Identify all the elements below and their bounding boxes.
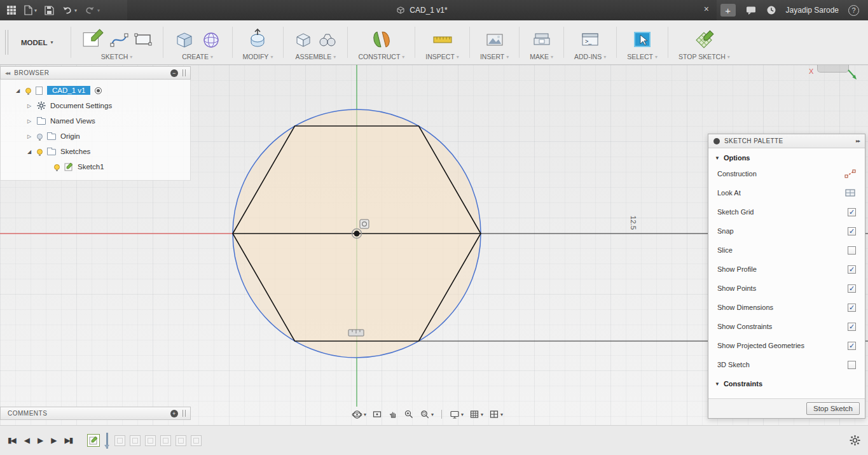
toolbar-menu-addins[interactable]: ADD-INS▾ (574, 53, 606, 60)
save-button[interactable] (45, 6, 54, 15)
pan-icon[interactable] (388, 409, 398, 419)
look-at-face-icon[interactable] (372, 409, 382, 419)
dimension-tool-glyph[interactable] (348, 330, 364, 336)
sketch-grid-checkbox[interactable] (848, 208, 856, 216)
tree-row-label[interactable]: Sketch1 (78, 163, 104, 171)
construction-plane-icon[interactable] (371, 29, 392, 50)
toolbar-menu-insert[interactable]: INSERT▾ (480, 53, 509, 60)
tree-row-label[interactable]: Sketches (60, 148, 90, 155)
toolbar-menu-create[interactable]: CREATE▾ (182, 53, 213, 60)
new-component-icon[interactable] (294, 29, 313, 50)
comments-panel-icon[interactable] (745, 5, 757, 15)
show-projected-geometries-checkbox[interactable] (848, 342, 856, 350)
options-section-header[interactable]: ▼ Options (708, 148, 865, 164)
toolbar-menu-inspect[interactable]: INSPECT▾ (425, 53, 459, 60)
zoom-window-icon[interactable]: ▾ (420, 409, 434, 419)
toolbar-menu-make[interactable]: MAKE▾ (530, 53, 553, 60)
toolbar-menu-select[interactable]: SELECT▾ (627, 53, 658, 60)
stop-sketch-icon[interactable] (692, 27, 715, 50)
slice-checkbox[interactable] (848, 246, 856, 255)
timeline-feature-ghost[interactable] (191, 435, 202, 446)
show-points-checkbox[interactable] (848, 284, 856, 293)
joint-icon[interactable] (318, 29, 337, 50)
timeline-feature-ghost[interactable] (160, 435, 171, 446)
timeline-feature-ghost[interactable] (145, 435, 156, 446)
palette-dock-icon[interactable] (713, 138, 720, 144)
add-comment-icon[interactable]: + (170, 410, 178, 417)
construction-line-icon[interactable] (844, 169, 856, 178)
3d-sketch-checkbox[interactable] (848, 361, 856, 369)
new-tab-button[interactable]: + (720, 4, 736, 17)
tree-row-label[interactable]: CAD_1 v1 (47, 86, 90, 95)
press-pull-icon[interactable] (247, 27, 268, 50)
timeline-feature-ghost[interactable] (114, 435, 125, 446)
collapse-panel-icon[interactable]: ◀◀ (5, 71, 10, 75)
show-constraints-checkbox[interactable] (848, 323, 856, 331)
toolbar-menu-sketch[interactable]: SKETCH▾ (101, 53, 133, 60)
viewports-icon[interactable]: ▾ (489, 409, 503, 419)
orbit-icon[interactable]: ▾ (352, 409, 366, 420)
show-dimensions-checkbox[interactable] (848, 304, 856, 312)
constraint-glyph[interactable] (360, 220, 369, 228)
expand-toggle-icon[interactable]: ◢ (15, 88, 21, 94)
toolbar-menu-construct[interactable]: CONSTRUCT▾ (358, 53, 404, 60)
select-cursor-icon[interactable] (633, 29, 652, 50)
expand-toggle-icon[interactable]: ◢ (26, 149, 32, 155)
box-primitive-icon[interactable] (174, 29, 195, 50)
tree-row-document-settings[interactable]: ▷ Document Settings (1, 98, 190, 113)
tree-row-named-views[interactable]: ▷ Named Views (1, 113, 190, 129)
tree-row-root[interactable]: ◢ CAD_1 v1 (1, 83, 190, 98)
sphere-primitive-icon[interactable] (200, 29, 222, 50)
timeline-playhead[interactable] (106, 433, 108, 449)
step-back-button[interactable]: ◀ (24, 436, 29, 445)
measure-ruler-icon[interactable] (432, 29, 453, 50)
expand-toggle-icon[interactable]: ▷ (26, 118, 32, 124)
expand-toggle-icon[interactable]: ▷ (26, 103, 32, 109)
visibility-bulb-icon[interactable] (37, 134, 43, 139)
tree-row-label[interactable]: Document Settings (50, 102, 112, 109)
look-at-icon[interactable] (844, 188, 856, 197)
redo-button[interactable]: ▾ (85, 5, 100, 15)
timeline-feature-ghost[interactable] (130, 435, 141, 446)
go-to-end-button[interactable]: ▶▮ (65, 436, 72, 445)
help-button[interactable]: ? (848, 5, 859, 16)
visibility-bulb-icon[interactable] (54, 164, 60, 170)
visibility-bulb-icon[interactable] (37, 149, 43, 155)
zoom-icon[interactable] (404, 409, 414, 419)
snap-checkbox[interactable] (848, 227, 856, 235)
username-menu[interactable]: Jayadip Sarode (786, 6, 839, 15)
close-tab-button[interactable]: × (704, 4, 709, 13)
app-launcher-icon[interactable] (6, 5, 17, 15)
palette-undock-icon[interactable]: ▸▸ (856, 138, 860, 144)
step-forward-button[interactable]: ▶ (51, 436, 55, 445)
expand-toggle-icon[interactable]: ▷ (26, 134, 32, 139)
panel-grip-icon[interactable] (183, 410, 186, 417)
document-tab[interactable]: CAD_1 v1* × (127, 0, 717, 20)
toolbar-menu-modify[interactable]: MODIFY▾ (243, 53, 273, 60)
dimension-label[interactable]: 12.5 (630, 216, 637, 230)
toolbar-menu-assemble[interactable]: ASSEMBLE▾ (296, 53, 336, 60)
timeline-settings-gear-icon[interactable] (850, 435, 860, 446)
tree-row-sketches[interactable]: ◢ Sketches (1, 144, 190, 159)
rectangle-tool-icon[interactable] (134, 29, 153, 50)
tree-row-label[interactable]: Named Views (50, 117, 95, 125)
constraints-section-header[interactable]: ▼ Constraints (708, 374, 865, 390)
grid-settings-icon[interactable]: ▾ (469, 409, 483, 419)
go-to-start-button[interactable]: ▮◀ (8, 436, 15, 445)
timeline-feature-sketch1[interactable] (87, 434, 100, 447)
job-status-clock-icon[interactable] (766, 5, 776, 15)
stop-sketch-button[interactable]: Stop Sketch (806, 402, 860, 415)
workspace-selector[interactable]: MODEL ▾ (11, 20, 66, 64)
tree-row-label[interactable]: Origin (60, 132, 80, 140)
panel-grip-icon[interactable] (183, 69, 186, 76)
toolbar-menu-stop-sketch[interactable]: STOP SKETCH▾ (679, 53, 730, 60)
create-sketch-icon[interactable] (81, 27, 104, 50)
timeline-feature-ghost[interactable] (176, 435, 186, 446)
display-settings-icon[interactable]: ▾ (450, 409, 464, 419)
show-profile-checkbox[interactable] (848, 265, 856, 274)
play-button[interactable]: ▶ (38, 436, 42, 445)
toolbar-grip[interactable] (5, 30, 8, 55)
visibility-bulb-icon[interactable] (25, 88, 31, 94)
3d-print-icon[interactable] (532, 29, 551, 50)
spline-tool-icon[interactable] (109, 29, 128, 50)
